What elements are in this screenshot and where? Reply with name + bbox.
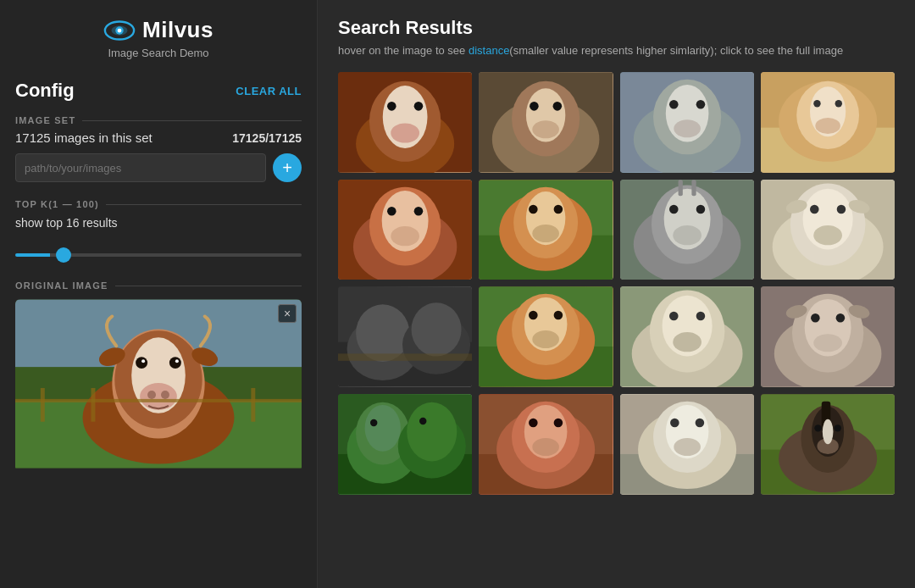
svg-point-107 [673,332,702,352]
grid-item-12[interactable] [761,286,895,387]
svg-point-114 [813,335,842,352]
svg-point-140 [695,419,704,428]
svg-point-132 [554,419,563,428]
svg-point-16 [147,391,156,399]
slider-container [15,241,302,263]
svg-point-124 [370,419,377,426]
path-row: + [15,153,302,182]
grid-item-6[interactable] [479,180,613,280]
original-image-section: ORIGINAL IMAGE × [15,280,302,571]
svg-point-113 [835,313,845,323]
image-set-description: 17125 images in this set [15,130,152,145]
svg-point-51 [835,100,841,107]
results-subtitle-before: hover on the image to see [338,44,469,57]
main-content: Search Results hover on the image to see… [318,0,915,588]
svg-rect-92 [338,354,472,361]
image-set-count: 17125/17125 [232,131,302,145]
sidebar: Milvus Image Search Demo Config CLEAR AL… [0,0,318,588]
config-header: Config CLEAR ALL [15,80,302,102]
svg-point-105 [669,312,679,321]
svg-point-28 [387,102,396,111]
svg-point-3 [118,28,122,32]
distance-link[interactable]: distance [469,44,509,57]
svg-point-14 [175,359,179,363]
svg-point-100 [533,330,560,348]
results-title: Search Results [338,17,895,39]
svg-point-151 [823,419,834,445]
svg-point-98 [529,311,538,320]
grid-item-4[interactable] [761,72,895,173]
svg-point-29 [414,102,424,111]
original-image-wrapper: × [15,299,302,472]
image-set-section-label: IMAGE SET [15,115,302,125]
image-grid [338,72,895,495]
add-path-button[interactable]: + [273,153,302,182]
grid-item-7[interactable] [620,180,754,280]
grid-item-11[interactable] [620,286,754,387]
svg-point-74 [673,225,702,245]
logo-area: Milvus Image Search Demo [15,17,302,59]
svg-point-112 [811,313,820,323]
original-image-section-label: ORIGINAL IMAGE [15,280,302,291]
svg-point-141 [674,438,701,456]
svg-rect-21 [41,388,45,422]
topk-value-text: show top 16 results [15,216,302,230]
svg-point-67 [533,225,560,242]
grid-item-1[interactable] [338,72,472,173]
svg-point-149 [834,424,840,431]
svg-point-35 [530,102,539,111]
topk-section: TOP K(1 — 100) show top 16 results [15,199,302,238]
close-image-button[interactable]: × [278,304,297,323]
svg-point-123 [407,402,457,462]
grid-item-2[interactable] [479,72,613,173]
svg-point-89 [356,305,409,363]
milvus-logo-icon [103,19,136,42]
grid-item-16[interactable] [761,394,895,495]
svg-point-59 [391,226,419,246]
svg-point-148 [814,424,821,431]
svg-point-82 [836,204,846,214]
logo-row: Milvus [103,17,214,43]
results-subtitle: hover on the image to see distance(small… [338,44,895,57]
grid-item-10[interactable] [479,286,613,387]
svg-point-11 [136,357,147,369]
svg-point-50 [813,100,820,107]
topk-section-label: TOP K(1 — 100) [15,199,302,209]
svg-point-73 [696,204,705,214]
svg-point-121 [365,405,401,452]
clear-all-button[interactable]: CLEAR ALL [236,85,302,97]
svg-point-15 [140,383,177,410]
grid-item-9[interactable] [338,286,472,387]
svg-rect-22 [91,388,95,422]
grid-item-15[interactable] [620,394,754,495]
grid-item-8[interactable] [761,180,895,280]
image-set-info: 17125 images in this set 17125/17125 [15,130,302,145]
grid-item-13[interactable] [338,394,472,495]
svg-point-30 [391,123,419,142]
svg-point-133 [533,438,560,456]
svg-point-17 [161,391,169,399]
svg-rect-23 [251,388,255,422]
grid-item-5[interactable] [338,180,472,280]
svg-rect-20 [15,399,302,402]
svg-point-66 [554,204,563,214]
plus-icon: + [282,158,292,178]
svg-point-131 [529,419,538,428]
app-title: Milvus [142,17,214,43]
original-cow-image[interactable] [15,299,302,469]
svg-point-125 [419,418,426,424]
topk-slider[interactable] [15,253,302,257]
svg-point-44 [674,119,701,137]
svg-point-37 [533,120,560,138]
svg-point-83 [813,225,842,245]
svg-point-65 [529,204,538,214]
config-title: Config [15,80,75,102]
svg-point-58 [414,207,424,216]
svg-point-36 [553,102,563,111]
svg-point-72 [669,204,679,214]
svg-point-13 [141,359,145,363]
svg-point-43 [696,100,705,109]
path-input[interactable] [15,153,266,182]
grid-item-14[interactable] [479,394,613,495]
grid-item-3[interactable] [620,72,754,173]
